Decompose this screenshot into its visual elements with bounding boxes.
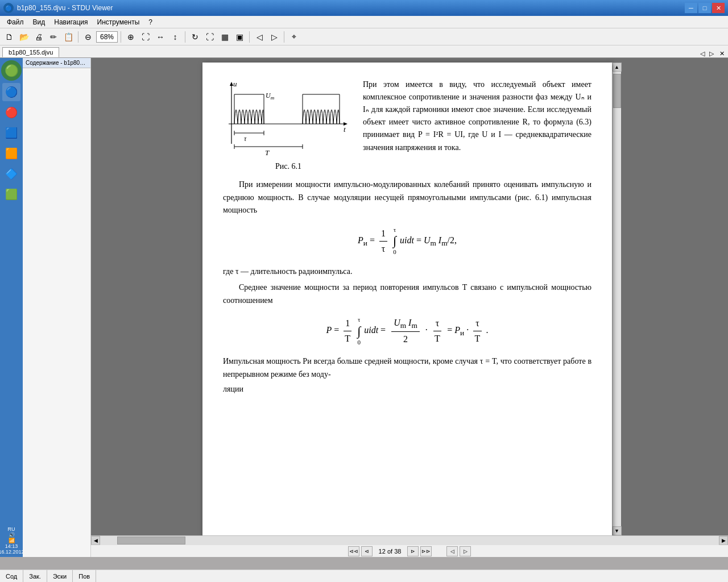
taskbar-app-2[interactable]: 🔴	[2, 103, 20, 122]
start-button[interactable]: 🟢	[1, 60, 22, 81]
status-tab-bookmarks[interactable]: Зак.	[23, 570, 47, 582]
svg-text:T: T	[265, 148, 270, 157]
para-4: Импульсная мощность Pи всегда больше сре…	[223, 355, 592, 381]
tabs-bar: b1p80_155.djvu ◁ ▷ ✕	[0, 45, 728, 58]
nav-forward-button[interactable]: ▷	[460, 546, 471, 556]
select-button[interactable]: ⌖	[287, 30, 301, 44]
print-button[interactable]: 🖨	[32, 30, 46, 44]
tray-time: 14:13	[0, 543, 24, 549]
fit-height-button[interactable]: ↕	[168, 30, 182, 44]
waveform-diagram: u t Um	[223, 78, 348, 158]
document-scroll[interactable]: u t Um	[91, 58, 728, 535]
titlebar: 🔵 b1p80_155.djvu - STDU Viewer ─ □ ✕	[0, 0, 728, 16]
tab-close-btn[interactable]: ✕	[716, 50, 728, 57]
sidebar: Содержание - b1p80_155.d	[23, 58, 91, 557]
top-right-text: При этом имеется в виду, что исследуемый…	[363, 78, 592, 173]
vertical-scrollbar[interactable]: ▲ ▼	[612, 63, 621, 535]
svg-text:t: t	[344, 125, 346, 134]
scroll-right-button[interactable]: ▶	[719, 536, 728, 545]
menubar: Файл Вид Навигация Инструменты ?	[0, 16, 728, 28]
scroll-up-button[interactable]: ▲	[613, 63, 622, 72]
para-2: где τ — длительность радиоимпульса.	[223, 265, 592, 278]
navigation-bar: ⊲⊲ ⊲ 12 of 38 ⊳ ⊳⊳ ◁ ▷	[91, 544, 728, 557]
hscroll-thumb[interactable]	[117, 537, 185, 544]
prev-page-button[interactable]: ⊲	[361, 546, 373, 556]
nav-back-button[interactable]: ◁	[446, 546, 458, 556]
rotate-button[interactable]: ↻	[188, 30, 202, 44]
fit-page-button[interactable]: ⛶	[139, 30, 152, 44]
taskbar-app-6[interactable]: 🟩	[2, 185, 20, 203]
next-page-button[interactable]: ⊳	[407, 546, 419, 556]
document-area: u t Um	[91, 58, 728, 557]
top-section: u t Um	[223, 78, 592, 173]
sidebar-content	[23, 68, 90, 557]
tray-vol: 🔊	[0, 532, 24, 538]
thumbnail-button[interactable]: ▦	[218, 30, 231, 44]
system-tray: RU 🔊 📶 14:13 16.12.2012	[0, 526, 24, 555]
back-button[interactable]: ◁	[253, 30, 266, 44]
scroll-left-button[interactable]: ◀	[91, 536, 100, 545]
zoom-out-button[interactable]: ⊖	[81, 30, 95, 44]
status-tab-contents[interactable]: Сод	[0, 570, 23, 582]
horizontal-scrollbar[interactable]: ◀ ▶	[91, 535, 728, 544]
separator-3	[185, 31, 185, 43]
tab-document[interactable]: b1p80_155.djvu	[2, 47, 59, 57]
scroll-down-button[interactable]: ▼	[613, 526, 622, 535]
tray-date: 16.12.2012	[0, 549, 24, 555]
single-page-button[interactable]: ▣	[233, 30, 246, 44]
edit-button[interactable]: ✏	[47, 30, 60, 44]
para-3: Среднее значение мощности за период повт…	[223, 281, 592, 307]
zoom-input[interactable]: 68%	[96, 31, 118, 43]
fullscreen-button[interactable]: ⛶	[203, 30, 217, 44]
taskbar-app-1[interactable]: 🔵	[2, 83, 20, 101]
sidebar-header: Содержание - b1p80_155.d	[23, 58, 90, 68]
maximize-button[interactable]: □	[698, 3, 711, 13]
tray-net: 📶	[0, 538, 24, 543]
menu-view[interactable]: Вид	[28, 17, 50, 27]
scroll-thumb[interactable]	[613, 74, 621, 108]
svg-text:Um: Um	[266, 92, 275, 101]
figure-area: u t Um	[223, 78, 354, 173]
taskbar-app-5[interactable]: 🔷	[2, 165, 20, 183]
tab-next-btn[interactable]: ▷	[707, 50, 716, 57]
status-tab-thumbnails[interactable]: Эски	[47, 570, 73, 582]
menu-file[interactable]: Файл	[2, 17, 28, 27]
fig-caption: Рис. 6.1	[223, 160, 354, 173]
formula-1: Pи = 1 τ τ ∫ 0 uidt = Um Im/2,	[223, 225, 592, 257]
close-button[interactable]: ✕	[712, 3, 725, 13]
menu-navigation[interactable]: Навигация	[49, 17, 92, 27]
last-page-button[interactable]: ⊳⊳	[420, 546, 432, 556]
page-info: 12 of 38	[374, 548, 406, 555]
open-button[interactable]: 📂	[17, 30, 31, 44]
zoom-in-button[interactable]: ⊕	[124, 30, 138, 44]
para-1: При измерении мощности импульсно-модулир…	[223, 178, 592, 217]
forward-button[interactable]: ▷	[267, 30, 281, 44]
toolbar: 🗋 📂 🖨 ✏ 📋 ⊖ 68% ⊕ ⛶ ↔ ↕ ↻ ⛶ ▦ ▣ ◁ ▷ ⌖	[0, 28, 728, 45]
window-title: b1p80_155.djvu - STDU Viewer	[17, 4, 685, 12]
tab-prev-btn[interactable]: ◁	[698, 50, 707, 57]
taskbar-app-3[interactable]: 🟦	[2, 124, 20, 142]
properties-button[interactable]: 📋	[61, 30, 75, 44]
statusbar: Сод Зак. Эски Пов	[0, 569, 728, 582]
svg-text:u: u	[233, 80, 237, 88]
para-4-cont: ляции	[223, 383, 592, 396]
separator-1	[78, 31, 78, 43]
app-icon: 🔵	[3, 3, 14, 13]
fit-width-button[interactable]: ↔	[154, 30, 167, 44]
menu-help[interactable]: ?	[144, 17, 157, 27]
windows-taskbar: 🟢 🔵 🔴 🟦 🟧 🔷 🟩 RU 🔊 📶 14:13 16.12.2012	[0, 58, 23, 557]
taskbar-app-4[interactable]: 🟧	[2, 144, 20, 163]
formula-2: P = 1 T τ ∫ 0 uidt = Um Im 2 ·	[223, 315, 592, 347]
menu-tools[interactable]: Инструменты	[93, 17, 144, 27]
hscroll-track[interactable]	[100, 536, 719, 545]
zoom-box: 68%	[96, 31, 118, 43]
page: u t Um	[202, 63, 612, 535]
separator-4	[249, 31, 250, 43]
top-right-para: При этом имеется в виду, что исследуемый…	[363, 78, 592, 154]
new-button[interactable]: 🗋	[2, 30, 16, 44]
first-page-button[interactable]: ⊲⊲	[348, 546, 359, 556]
minimize-button[interactable]: ─	[685, 3, 697, 13]
separator-5	[284, 31, 284, 43]
status-tab-search[interactable]: Пов	[73, 570, 96, 582]
svg-text:τ: τ	[244, 135, 247, 143]
